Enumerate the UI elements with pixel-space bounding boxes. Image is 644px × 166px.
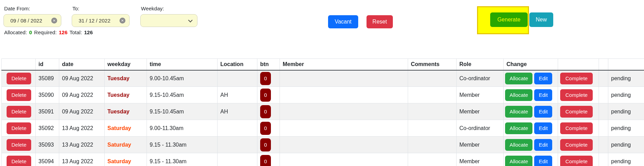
clear-date-to-icon[interactable]: ✕ <box>120 18 125 24</box>
table-row: Delete 35093 13 Aug 2022 Saturday 9.15 -… <box>2 137 644 153</box>
cell-time: 9.00-11.30am <box>147 120 218 137</box>
table-row: Delete 35090 09 Aug 2022 Tuesday 9.15-10… <box>2 87 644 103</box>
total-value: 126 <box>84 29 93 35</box>
cell-change: AllocateEdit <box>504 120 558 137</box>
cell-btn: 0 <box>257 87 280 103</box>
table-header-row: iddateweekdaytimeLocationbtnMemberCommen… <box>2 59 644 70</box>
edit-button[interactable]: Edit <box>534 122 552 134</box>
col-header-change: Change <box>504 59 558 70</box>
cell-time: 9.00-10.45am <box>147 70 218 87</box>
delete-button[interactable]: Delete <box>7 122 31 134</box>
btn-count-badge[interactable]: 0 <box>260 72 271 85</box>
cell-date: 09 Aug 2022 <box>59 87 105 103</box>
col-header-empty <box>2 59 36 70</box>
date-from-input[interactable]: 09 / 08 / 2022 ✕ <box>3 14 61 27</box>
allocate-button[interactable]: Allocate <box>505 73 532 84</box>
cell-member <box>280 87 408 103</box>
delete-button[interactable]: Delete <box>7 156 31 166</box>
complete-button[interactable]: Complete <box>560 122 593 134</box>
cell-btn: 0 <box>257 137 280 153</box>
allocate-button[interactable]: Allocate <box>505 139 532 151</box>
btn-count-badge[interactable]: 0 <box>260 122 271 135</box>
cell-status: pending <box>608 70 644 87</box>
complete-button[interactable]: Complete <box>560 73 593 84</box>
cell-weekday: Saturday <box>105 120 147 137</box>
cell-time: 9.15 - 11.30am <box>147 153 218 166</box>
btn-count-badge[interactable]: 0 <box>260 105 271 118</box>
cell-id: 35094 <box>36 153 59 166</box>
cell-change: AllocateEdit <box>504 153 558 166</box>
delete-button[interactable]: Delete <box>7 106 31 118</box>
cell-btn: 0 <box>257 103 280 120</box>
edit-button[interactable]: Edit <box>534 89 552 101</box>
allocate-button[interactable]: Allocate <box>505 106 532 118</box>
complete-button[interactable]: Complete <box>560 89 593 101</box>
btn-count-badge[interactable]: 0 <box>260 138 271 151</box>
cell-member <box>280 70 408 87</box>
reset-button[interactable]: Reset <box>367 15 393 28</box>
cell-spacer <box>599 137 608 153</box>
cell-weekday: Saturday <box>105 153 147 166</box>
cell-member <box>280 103 408 120</box>
generate-button[interactable]: Generate <box>490 12 528 27</box>
cell-weekday: Saturday <box>105 137 147 153</box>
cell-change: AllocateEdit <box>504 103 558 120</box>
cell-id: 35092 <box>36 120 59 137</box>
cell-status: pending <box>608 153 644 166</box>
delete-button[interactable]: Delete <box>7 139 31 151</box>
col-header-member: Member <box>280 59 408 70</box>
allocate-button[interactable]: Allocate <box>505 156 532 166</box>
cell-status: pending <box>608 87 644 103</box>
edit-button[interactable]: Edit <box>534 156 552 166</box>
cell-date: 13 Aug 2022 <box>59 120 105 137</box>
complete-button[interactable]: Complete <box>560 139 593 151</box>
cell-comments <box>408 137 457 153</box>
complete-button[interactable]: Complete <box>560 106 593 118</box>
cell-location <box>218 153 257 166</box>
cell-change: AllocateEdit <box>504 87 558 103</box>
col-header-location: Location <box>218 59 257 70</box>
cell-spacer <box>599 120 608 137</box>
cell-status: pending <box>608 137 644 153</box>
date-to-value: 31 / 12 / 2022 <box>79 18 111 24</box>
cell-spacer <box>599 153 608 166</box>
weekday-label: Weekday: <box>141 6 164 11</box>
cell-delete: Delete <box>2 70 36 87</box>
col-header-btn: btn <box>257 59 280 70</box>
cell-comments <box>408 153 457 166</box>
complete-button[interactable]: Complete <box>560 156 593 166</box>
btn-count-badge[interactable]: 0 <box>260 155 271 166</box>
edit-button[interactable]: Edit <box>534 73 552 84</box>
allocate-button[interactable]: Allocate <box>505 122 532 134</box>
new-button[interactable]: New <box>529 12 553 27</box>
vacant-button[interactable]: Vacant <box>328 15 358 28</box>
cell-comments <box>408 120 457 137</box>
cell-id: 35089 <box>36 70 59 87</box>
cell-date: 09 Aug 2022 <box>59 70 105 87</box>
weekday-select[interactable] <box>140 14 197 27</box>
delete-button[interactable]: Delete <box>7 89 31 101</box>
cell-member <box>280 120 408 137</box>
delete-button[interactable]: Delete <box>7 73 31 84</box>
btn-count-badge[interactable]: 0 <box>260 89 271 102</box>
clear-date-from-icon[interactable]: ✕ <box>51 18 57 24</box>
cell-role: Member <box>457 153 504 166</box>
allocate-button[interactable]: Allocate <box>505 89 532 101</box>
edit-button[interactable]: Edit <box>534 139 552 151</box>
cell-date: 13 Aug 2022 <box>59 153 105 166</box>
col-header-comments: Comments <box>408 59 457 70</box>
cell-spacer <box>599 70 608 87</box>
edit-button[interactable]: Edit <box>534 106 552 118</box>
cell-complete: Complete <box>558 87 599 103</box>
date-to-input[interactable]: 31 / 12 / 2022 ✕ <box>72 14 130 27</box>
required-value: 126 <box>59 29 68 35</box>
cell-complete: Complete <box>558 153 599 166</box>
cell-comments <box>408 87 457 103</box>
table-row: Delete 35092 13 Aug 2022 Saturday 9.00-1… <box>2 120 644 137</box>
cell-spacer <box>599 103 608 120</box>
cell-weekday: Tuesday <box>105 87 147 103</box>
cell-time: 9.15-10.45am <box>147 103 218 120</box>
cell-location: AH <box>218 103 257 120</box>
cell-comments <box>408 103 457 120</box>
cell-complete: Complete <box>558 70 599 87</box>
